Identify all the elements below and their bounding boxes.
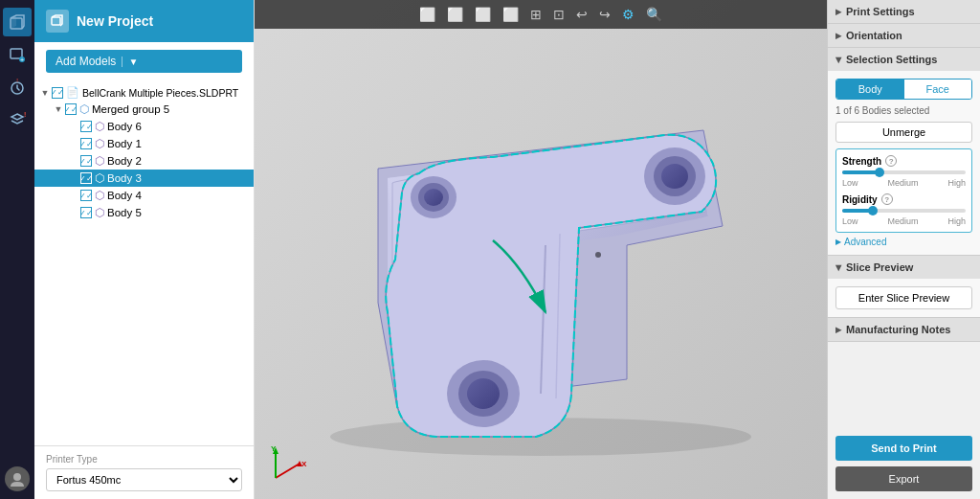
checkbox-root[interactable]: ✓: [52, 87, 63, 99]
body-icon-2: ⬡: [95, 154, 104, 168]
sidebar-icon-add[interactable]: +: [3, 40, 32, 69]
tree-item-body3[interactable]: ▶ ✓ ⬡ Body 3: [34, 170, 254, 187]
project-header: New Project: [34, 0, 254, 42]
toolbar-icon-4[interactable]: ⬜: [500, 4, 522, 25]
strength-slider-thumb[interactable]: [875, 168, 884, 177]
selection-status: 1 of 6 Bodies selected: [835, 105, 972, 116]
checkbox-body6[interactable]: ✓: [80, 121, 92, 132]
rigidity-slider-labels: Low Medium High: [842, 216, 966, 226]
rigidity-info-icon[interactable]: ?: [881, 193, 893, 205]
left-sidebar: + ! !: [0, 0, 34, 499]
expand-icon-merged: ▼: [52, 104, 65, 114]
slice-preview-label: Slice Preview: [846, 261, 913, 273]
svg-line-23: [276, 464, 300, 478]
body-icon-1: ⬡: [95, 137, 104, 150]
strength-low-label: Low: [842, 178, 858, 188]
slice-preview-arrow: ▶: [835, 264, 843, 270]
slice-preview-header[interactable]: ▶ Slice Preview: [828, 256, 980, 279]
rigidity-slider-thumb[interactable]: [868, 206, 878, 215]
axes-indicator: X Y: [266, 440, 314, 488]
3d-part-svg: [263, 54, 818, 475]
sidebar-icon-clock[interactable]: !: [3, 73, 32, 102]
file-tree: ▼ ✓ 📄 BellCrank Multiple Pieces.SLDPRT ▼…: [34, 80, 254, 445]
tree-item-root[interactable]: ▼ ✓ 📄 BellCrank Multiple Pieces.SLDPRT: [34, 84, 254, 101]
tree-item-body2[interactable]: ▶ ✓ ⬡ Body 2: [34, 152, 254, 170]
printer-section: Printer Type Fortus 450mc Fortus 360mc F…: [34, 445, 254, 499]
checkbox-body1[interactable]: ✓: [80, 138, 92, 149]
sidebar-icon-cube[interactable]: [3, 8, 32, 36]
strength-info-icon[interactable]: ?: [885, 155, 897, 167]
strength-slider-track[interactable]: [842, 170, 966, 174]
printer-type-label: Printer Type: [46, 454, 242, 465]
tree-item-body6[interactable]: ▶ ✓ ⬡ Body 6: [34, 118, 254, 135]
svg-point-21: [467, 378, 500, 409]
orientation-section: ▶ Orientation: [828, 24, 980, 48]
rigidity-slider-track[interactable]: [842, 209, 966, 213]
rigidity-high-label: High: [947, 216, 966, 226]
tree-label-body3: Body 3: [107, 172, 142, 184]
strength-medium-label: Medium: [887, 178, 918, 188]
selection-settings-arrow: ▶: [835, 57, 843, 62]
toolbar-icon-9[interactable]: ⚙: [619, 4, 637, 25]
checkbox-body4[interactable]: ✓: [80, 190, 92, 201]
checkbox-body3[interactable]: ✓: [80, 172, 92, 184]
toolbar-icon-6[interactable]: ⊡: [550, 4, 568, 25]
group-icon: ⬡: [79, 102, 89, 116]
orientation-header[interactable]: ▶ Orientation: [828, 24, 980, 47]
tree-item-body5[interactable]: ▶ ✓ ⬡ Body 5: [34, 204, 254, 221]
tree-label-body6: Body 6: [107, 121, 142, 132]
body-toggle-btn[interactable]: Body: [836, 79, 904, 99]
strength-label: Strength: [842, 156, 881, 167]
face-toggle-btn[interactable]: Face: [904, 79, 972, 99]
tree-item-body1[interactable]: ▶ ✓ ⬡ Body 1: [34, 135, 254, 152]
svg-rect-8: [52, 17, 60, 25]
svg-point-7: [13, 473, 21, 481]
project-icon: [46, 10, 69, 33]
strength-box: Strength ? Low Medium High Rigidity ?: [835, 148, 972, 233]
toolbar-icon-2[interactable]: ⬜: [444, 4, 466, 25]
checkbox-body5[interactable]: ✓: [80, 207, 92, 218]
tree-label-body5: Body 5: [107, 207, 142, 218]
print-settings-header[interactable]: ▶ Print Settings: [828, 0, 980, 23]
add-models-dropdown-arrow: ▼: [122, 57, 138, 67]
body-icon-6: ⬡: [95, 120, 104, 133]
advanced-link[interactable]: ▶ Advanced: [835, 237, 972, 247]
toolbar-icon-10[interactable]: 🔍: [643, 4, 665, 25]
tree-label-root: BellCrank Multiple Pieces.SLDPRT: [82, 87, 238, 99]
body-icon-4: ⬡: [95, 189, 104, 202]
expand-icon-root: ▼: [38, 88, 52, 98]
manufacturing-notes-header[interactable]: ▶ Manufacturing Notes: [828, 318, 980, 341]
manufacturing-notes-arrow: ▶: [835, 326, 841, 334]
unmerge-button[interactable]: Unmerge: [835, 122, 972, 143]
svg-point-15: [661, 164, 688, 189]
toolbar-icon-3[interactable]: ⬜: [472, 4, 494, 25]
checkbox-body2[interactable]: ✓: [80, 155, 92, 167]
toolbar-icon-1[interactable]: ⬜: [416, 4, 438, 25]
checkbox-merged[interactable]: ✓: [65, 103, 77, 115]
cursor: [595, 252, 601, 258]
export-button[interactable]: Export: [835, 466, 972, 491]
tree-label-body2: Body 2: [107, 155, 142, 167]
tree-item-body4[interactable]: ▶ ✓ ⬡ Body 4: [34, 187, 254, 204]
send-to-print-button[interactable]: Send to Print: [835, 436, 972, 461]
toolbar-icon-7[interactable]: ↩: [573, 4, 590, 25]
svg-text:+: +: [20, 57, 24, 63]
toolbar-icon-8[interactable]: ↪: [596, 4, 613, 25]
enter-slice-preview-button[interactable]: Enter Slice Preview: [835, 286, 972, 309]
print-settings-section: ▶ Print Settings: [828, 0, 980, 24]
sidebar-icon-avatar[interactable]: [3, 463, 32, 491]
toolbar-icon-5[interactable]: ⊞: [527, 4, 545, 25]
print-settings-label: Print Settings: [846, 6, 915, 17]
svg-text:X: X: [301, 460, 307, 468]
rigidity-medium-label: Medium: [887, 216, 918, 226]
add-models-button[interactable]: Add Models ▼: [46, 50, 242, 73]
strength-label-row: Strength ?: [842, 155, 966, 167]
tree-item-merged[interactable]: ▼ ✓ ⬡ Merged group 5: [34, 101, 254, 118]
strength-slider-labels: Low Medium High: [842, 178, 966, 188]
manufacturing-notes-label: Manufacturing Notes: [846, 324, 950, 335]
bottom-buttons: Send to Print Export: [828, 428, 980, 499]
user-avatar: [5, 466, 30, 491]
printer-type-select[interactable]: Fortus 450mc Fortus 360mc Fortus 250mc: [46, 468, 242, 491]
selection-settings-header[interactable]: ▶ Selection Settings: [828, 48, 980, 71]
sidebar-icon-layers[interactable]: !: [3, 105, 32, 134]
